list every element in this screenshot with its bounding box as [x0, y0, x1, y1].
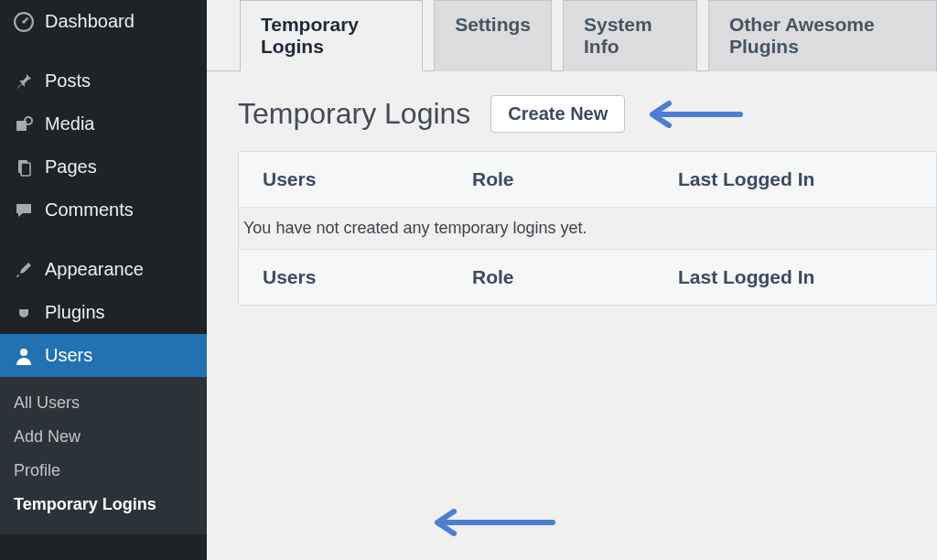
media-icon	[14, 114, 34, 135]
sidebar-item-comments[interactable]: Comments	[0, 188, 207, 232]
submenu-item-all-users[interactable]: All Users	[0, 386, 207, 420]
tab-bar: Temporary Logins Settings System Info Ot…	[207, 0, 937, 71]
submenu-label: Temporary Logins	[14, 495, 156, 513]
sidebar-item-label: Posts	[45, 70, 91, 92]
sidebar-item-label: Media	[45, 113, 94, 135]
arrow-left-icon	[645, 101, 746, 128]
svg-rect-5	[21, 163, 30, 176]
submenu-label: Add New	[14, 427, 81, 446]
comment-icon	[14, 200, 34, 221]
svg-point-6	[20, 349, 27, 356]
submenu-label: Profile	[14, 461, 60, 479]
sidebar-item-posts[interactable]: Posts	[0, 59, 207, 102]
tab-settings[interactable]: Settings	[434, 0, 552, 71]
table-foot: Users Role Last Logged In	[239, 250, 936, 305]
sidebar-item-label: Plugins	[45, 302, 105, 323]
create-new-button[interactable]: Create New	[490, 95, 625, 133]
sidebar-item-label: Comments	[45, 199, 134, 221]
svg-point-3	[25, 117, 32, 124]
col-role-footer: Role	[472, 266, 678, 288]
main-content: Temporary Logins Settings System Info Ot…	[207, 0, 937, 560]
sidebar-item-label: Appearance	[45, 259, 144, 280]
submenu-label: All Users	[14, 393, 80, 412]
empty-state-message: You have not created any temporary login…	[238, 207, 936, 250]
sidebar-item-label: Users	[45, 345, 92, 366]
col-role-header[interactable]: Role	[472, 168, 678, 190]
tab-label: Settings	[455, 14, 531, 35]
tab-label: Other Awesome Plugins	[729, 14, 875, 57]
admin-sidebar: Dashboard Posts Media Pages Comments App…	[0, 0, 207, 560]
pin-icon	[14, 71, 34, 92]
logins-table: Users Role Last Logged In You have not c…	[238, 151, 937, 306]
tab-system-info[interactable]: System Info	[563, 0, 697, 71]
users-submenu: All Users Add New Profile Temporary Logi…	[0, 377, 207, 534]
sidebar-item-label: Pages	[45, 156, 97, 178]
sidebar-item-dashboard[interactable]: Dashboard	[0, 0, 207, 43]
tab-temporary-logins[interactable]: Temporary Logins	[240, 0, 423, 71]
sidebar-item-plugins[interactable]: Plugins	[0, 291, 207, 334]
submenu-item-add-new[interactable]: Add New	[0, 420, 207, 454]
submenu-item-profile[interactable]: Profile	[0, 454, 207, 488]
col-lastlogin-footer: Last Logged In	[678, 266, 936, 288]
tab-label: Temporary Logins	[261, 14, 359, 57]
sidebar-item-label: Dashboard	[45, 11, 135, 32]
sidebar-item-users[interactable]: Users	[0, 334, 207, 377]
dashboard-icon	[14, 12, 34, 32]
tab-other-plugins[interactable]: Other Awesome Plugins	[708, 0, 937, 71]
user-icon	[14, 346, 34, 366]
col-users-header[interactable]: Users	[239, 168, 472, 190]
arrow-left-icon	[430, 509, 558, 536]
col-users-footer: Users	[239, 266, 472, 288]
plug-icon	[14, 303, 34, 323]
col-lastlogin-header[interactable]: Last Logged In	[678, 168, 936, 190]
sidebar-item-appearance[interactable]: Appearance	[0, 248, 207, 291]
svg-point-1	[22, 20, 26, 24]
sidebar-item-media[interactable]: Media	[0, 102, 207, 145]
table-head: Users Role Last Logged In	[239, 152, 936, 207]
tab-label: System Info	[584, 14, 652, 57]
pages-icon	[14, 157, 34, 178]
brush-icon	[14, 260, 34, 280]
submenu-item-temporary-logins[interactable]: Temporary Logins	[0, 488, 207, 522]
page-title: Temporary Logins	[238, 97, 470, 131]
sidebar-item-pages[interactable]: Pages	[0, 145, 207, 188]
